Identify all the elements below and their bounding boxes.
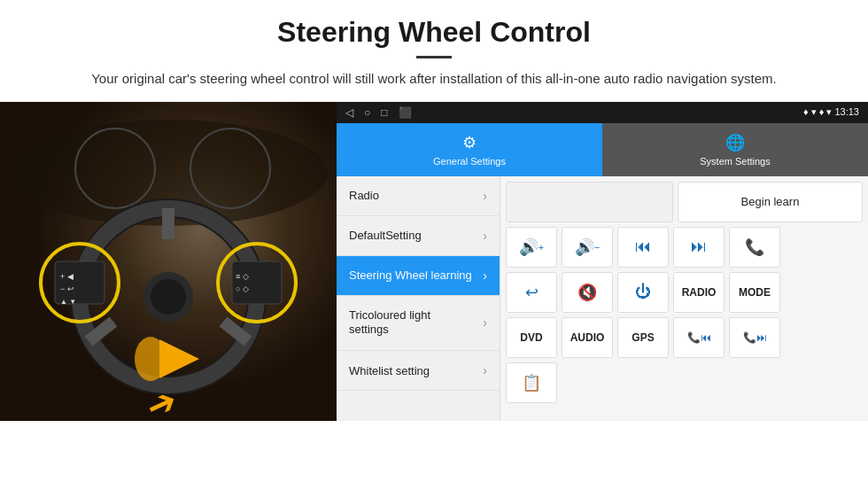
- phone-prev-button[interactable]: 📞⏮: [673, 317, 725, 358]
- clock: ♦ ▾ 13:13: [819, 106, 859, 117]
- status-bar-left: ◁ ○ □ ⬛: [345, 106, 412, 119]
- empty-cell: [506, 182, 673, 222]
- menu-tricolour-label: Tricoloured lightsettings: [349, 308, 430, 338]
- tab-system[interactable]: 🌐 System Settings: [602, 123, 868, 176]
- screenshot-icon[interactable]: ⬛: [399, 106, 412, 119]
- svg-text:≡  ◇: ≡ ◇: [236, 272, 249, 281]
- button-row-1: Begin learn: [506, 182, 863, 222]
- menu-default-label: DefaultSetting: [349, 229, 422, 242]
- next-track-button[interactable]: ⏭: [673, 227, 725, 268]
- menu-item-default[interactable]: DefaultSetting ›: [337, 216, 500, 256]
- button-row-3: ↩ 🔇 ⏻ RADIO MODE: [506, 272, 863, 313]
- prev-track-button[interactable]: ⏮: [617, 227, 669, 268]
- menu-steering-label: Steering Wheel learning: [349, 268, 472, 282]
- svg-text:+  ◀: + ◀: [60, 272, 74, 281]
- chevron-icon: ›: [483, 189, 487, 203]
- gps-button[interactable]: GPS: [617, 317, 669, 358]
- system-settings-icon: 🌐: [725, 133, 745, 152]
- chevron-icon: ›: [483, 268, 487, 283]
- back-icon[interactable]: ◁: [345, 106, 353, 119]
- mode-button[interactable]: MODE: [729, 272, 780, 313]
- steering-wheel-svg: + ◀ − ↩ ▲ ▼ ≡ ◇ ○ ◇ ➔: [0, 102, 337, 421]
- svg-text:○  ◇: ○ ◇: [236, 284, 249, 293]
- recents-icon[interactable]: □: [381, 106, 387, 119]
- status-icons-right: ♦ ▾: [803, 106, 819, 117]
- dvd-button[interactable]: DVD: [506, 317, 557, 358]
- general-settings-icon: ⚙: [462, 133, 477, 152]
- phone-next-button[interactable]: 📞⏭: [729, 317, 780, 358]
- menu-item-tricolour[interactable]: Tricoloured lightsettings ›: [337, 296, 500, 352]
- page-title: Steering Wheel Control: [53, 16, 815, 49]
- power-button[interactable]: ⏻: [617, 272, 669, 313]
- home-icon[interactable]: ○: [364, 106, 370, 119]
- tab-system-label: System Settings: [700, 156, 770, 167]
- list-button[interactable]: 📋: [506, 362, 557, 403]
- mute-button[interactable]: 🔇: [562, 272, 613, 313]
- volume-down-button[interactable]: 🔊−: [562, 227, 613, 268]
- svg-point-21: [135, 337, 167, 381]
- menu-item-radio[interactable]: Radio ›: [337, 176, 500, 216]
- chevron-icon: ›: [483, 363, 487, 377]
- tab-general[interactable]: ⚙ General Settings: [337, 123, 602, 176]
- audio-button[interactable]: AUDIO: [562, 317, 613, 358]
- android-ui: ◁ ○ □ ⬛ ♦ ▾ ♦ ▾ 13:13 ⚙ General Settings…: [337, 102, 868, 421]
- chevron-icon: ›: [483, 229, 487, 243]
- radio-button[interactable]: RADIO: [673, 272, 725, 313]
- svg-text:▲ ▼: ▲ ▼: [60, 298, 76, 306]
- page-subtitle: Your original car's steering wheel contr…: [53, 69, 815, 89]
- left-menu: Radio › DefaultSetting › Steering Wheel …: [337, 176, 500, 421]
- volume-up-button[interactable]: 🔊+: [506, 227, 557, 268]
- title-divider: [416, 56, 452, 58]
- phone-button[interactable]: 📞: [729, 227, 780, 268]
- status-bar-right: ♦ ▾ ♦ ▾ 13:13: [803, 106, 859, 118]
- button-row-5: 📋: [506, 362, 863, 403]
- svg-rect-15: [232, 261, 282, 304]
- menu-whitelist-label: Whitelist setting: [349, 364, 430, 377]
- svg-text:−  ↩: − ↩: [60, 284, 74, 293]
- menu-item-whitelist[interactable]: Whitelist setting ›: [337, 351, 500, 391]
- chevron-icon: ›: [483, 315, 487, 330]
- button-grid: Begin learn 🔊+ 🔊− ⏮ ⏭ 📞 ↩ 🔇 ⏻: [500, 176, 868, 421]
- steering-wheel-image: + ◀ − ↩ ▲ ▼ ≡ ◇ ○ ◇ ➔: [0, 102, 337, 421]
- menu-radio-label: Radio: [349, 189, 379, 202]
- page-wrapper: Steering Wheel Control Your original car…: [0, 0, 868, 421]
- content-row: + ◀ − ↩ ▲ ▼ ≡ ◇ ○ ◇ ➔: [0, 102, 868, 421]
- header-section: Steering Wheel Control Your original car…: [0, 0, 868, 102]
- tab-general-label: General Settings: [433, 156, 506, 167]
- svg-point-10: [151, 279, 186, 315]
- tab-bar: ⚙ General Settings 🌐 System Settings: [337, 123, 868, 176]
- main-panel: Radio › DefaultSetting › Steering Wheel …: [337, 176, 868, 421]
- hang-up-button[interactable]: ↩: [506, 272, 557, 313]
- menu-item-steering[interactable]: Steering Wheel learning ›: [337, 256, 500, 296]
- begin-learn-button[interactable]: Begin learn: [678, 182, 863, 222]
- status-bar: ◁ ○ □ ⬛ ♦ ▾ ♦ ▾ 13:13: [337, 102, 868, 123]
- button-row-4: DVD AUDIO GPS 📞⏮ 📞⏭: [506, 317, 863, 358]
- button-row-2: 🔊+ 🔊− ⏮ ⏭ 📞: [506, 227, 863, 268]
